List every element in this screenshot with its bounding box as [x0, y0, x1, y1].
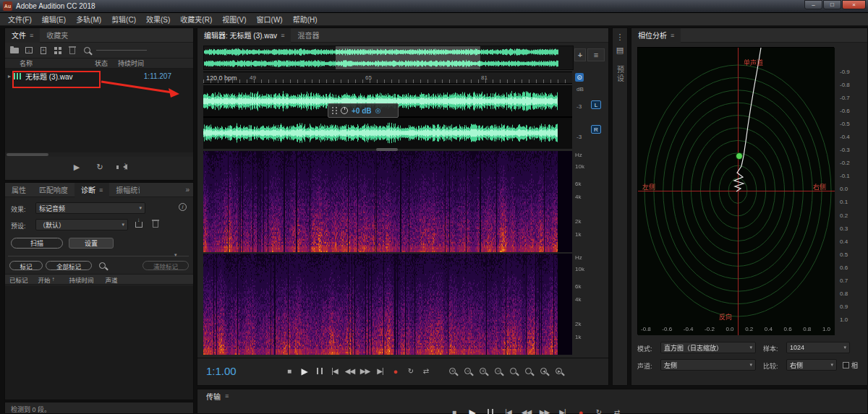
pause-button[interactable] [484, 407, 496, 414]
loop-button[interactable]: ↻ [592, 407, 605, 414]
play-button[interactable]: ▶ [298, 366, 310, 376]
column-marked[interactable]: 已标记 [9, 275, 28, 284]
hud-volume-value[interactable]: +0 dB [352, 107, 372, 115]
panel-menu-icon[interactable]: ≡ [30, 32, 33, 39]
skip-to-start-button[interactable]: |◀ [502, 407, 514, 414]
tab-favorites[interactable]: 收藏夹 [40, 28, 75, 43]
hud[interactable]: +0 dB ◎ [328, 103, 399, 118]
record-button[interactable]: ● [389, 366, 401, 376]
column-status[interactable]: 状态 [95, 59, 108, 68]
tab-match-loudness[interactable]: 匹配响度 [33, 183, 75, 197]
files-hscrollbar[interactable] [5, 152, 193, 157]
insert-multitrack-button[interactable] [51, 45, 64, 56]
info-icon[interactable]: i [179, 203, 187, 211]
zoom-full-button[interactable] [522, 366, 535, 376]
tab-amplitude-statistics[interactable]: 振幅统计 [109, 183, 140, 197]
menu-favorites[interactable]: 收藏夹(R) [175, 14, 217, 25]
phase-checkbox-group[interactable]: 相 [843, 361, 858, 370]
zoom-in-time-button[interactable] [446, 366, 459, 376]
loop-playback-button[interactable]: ↻ [93, 161, 106, 173]
delete-preset-button[interactable] [153, 220, 158, 229]
overview-pan-button[interactable]: + [574, 48, 586, 61]
panel-menu-icon[interactable]: ≡ [671, 32, 674, 39]
import-button[interactable]: ↓ [22, 45, 35, 56]
dock-panel-icon[interactable]: ▤ [613, 44, 626, 56]
hud-grip-icon[interactable] [332, 107, 337, 114]
menu-clip[interactable]: 剪辑(C) [106, 14, 141, 25]
channel-dropdown[interactable]: 左侧 ▾ [660, 359, 756, 371]
scan-button[interactable]: 扫描 [11, 238, 63, 249]
more-tabs-icon[interactable]: » [185, 186, 190, 194]
volume-knob-icon[interactable] [341, 107, 348, 114]
mark-all-button[interactable]: 全部标记 [46, 261, 92, 270]
stop-button[interactable]: ■ [283, 366, 295, 376]
collapsed-panel-label[interactable]: 预设 [615, 66, 626, 83]
column-duration[interactable]: 持续时间 [118, 59, 144, 68]
maximize-button[interactable]: □ [823, 0, 841, 9]
samples-dropdown[interactable]: 1024 ▾ [786, 342, 850, 353]
zoom-in-point-button[interactable] [537, 366, 550, 376]
collapse-icon[interactable]: ▾ [174, 252, 177, 258]
diagnostics-results-list[interactable] [5, 285, 193, 400]
overview-menu-button[interactable]: ≡ [587, 48, 605, 61]
pause-button[interactable] [313, 366, 326, 376]
close-button[interactable]: × [842, 0, 866, 9]
menu-window[interactable]: 窗口(W) [252, 14, 288, 25]
menu-multitrack[interactable]: 多轨(M) [71, 14, 106, 25]
skip-to-start-button[interactable]: |◀ [328, 366, 341, 376]
checkbox-icon[interactable] [843, 362, 849, 368]
menu-help[interactable]: 帮助(H) [288, 14, 323, 25]
menu-edit[interactable]: 编辑(E) [37, 14, 71, 25]
tab-editor[interactable]: 编辑器: 无标题 (3).wav ≡ [197, 28, 291, 43]
rewind-button[interactable]: ◀◀ [520, 407, 532, 414]
save-preset-button[interactable] [135, 221, 142, 229]
panel-menu-icon[interactable]: ≡ [225, 392, 229, 400]
column-start[interactable]: 开始 [38, 275, 51, 284]
find-levels-button[interactable] [99, 262, 106, 270]
column-name[interactable]: 名称 [20, 59, 33, 68]
fast-forward-button[interactable]: ▶▶ [538, 407, 550, 414]
menu-effects[interactable]: 效果(S) [141, 14, 175, 25]
settings-button[interactable]: 设置 [69, 238, 114, 249]
channel-left-button[interactable]: L [591, 100, 601, 109]
tab-diagnostics[interactable]: 诊断 ≡ [75, 183, 109, 197]
minimize-button[interactable]: – [804, 0, 822, 9]
tab-phase-analysis[interactable]: 相位分析 ≡ [631, 28, 681, 43]
spectrogram-bottom[interactable] [203, 254, 572, 355]
zoom-in-amplitude-button[interactable] [477, 366, 489, 376]
timeline-ruler[interactable]: 120.0 bpm 49 65 81 [203, 72, 572, 84]
hud-pin-icon[interactable]: ◎ [375, 107, 381, 114]
tab-files[interactable]: 文件 ≡ [5, 28, 40, 43]
play-button[interactable]: ▶ [466, 407, 478, 414]
zoom-out-point-button[interactable] [553, 366, 565, 376]
expander-icon[interactable]: ▸ [8, 73, 11, 79]
scrollbar-thumb[interactable] [7, 153, 48, 156]
record-button[interactable]: ● [574, 407, 587, 414]
effect-dropdown[interactable]: 标记音频 ▾ [35, 202, 145, 214]
spectrogram-top[interactable] [203, 151, 572, 252]
zoom-out-time-button[interactable] [461, 366, 474, 376]
column-channel[interactable]: 声道 [106, 275, 118, 284]
skip-to-end-button[interactable]: ▶| [556, 407, 569, 414]
panel-menu-icon[interactable]: ≡ [99, 186, 103, 194]
delete-file-button[interactable] [66, 45, 79, 56]
column-duration[interactable]: 持续时间 [69, 275, 94, 284]
stop-button[interactable]: ■ [448, 407, 460, 414]
skip-selection-button[interactable]: ⇄ [610, 407, 623, 414]
tab-mixer[interactable]: 混音器 [291, 28, 326, 43]
mode-dropdown[interactable]: 直方图（日志缩放） ▾ [660, 342, 756, 353]
mark-button[interactable]: 标记 [9, 261, 43, 270]
zoom-selection-button[interactable] [507, 366, 519, 376]
tab-properties[interactable]: 属性 [5, 183, 33, 197]
menu-view[interactable]: 视图(V) [217, 14, 251, 25]
loop-button[interactable]: ↻ [404, 366, 417, 376]
preview-play-button[interactable]: ▶ [70, 161, 83, 173]
file-row[interactable]: ▸ 无标题 (3).wav 1:11.207 [5, 69, 193, 83]
preset-dropdown[interactable]: （默认） ▾ [35, 219, 128, 230]
auto-play-button[interactable] [116, 161, 129, 173]
snap-button[interactable]: ⊙ [575, 73, 584, 82]
skip-to-end-button[interactable]: ▶| [374, 366, 386, 376]
rewind-button[interactable]: ◀◀ [344, 366, 356, 376]
skip-selection-button[interactable]: ⇄ [420, 366, 432, 376]
new-file-button[interactable]: + [37, 45, 50, 56]
